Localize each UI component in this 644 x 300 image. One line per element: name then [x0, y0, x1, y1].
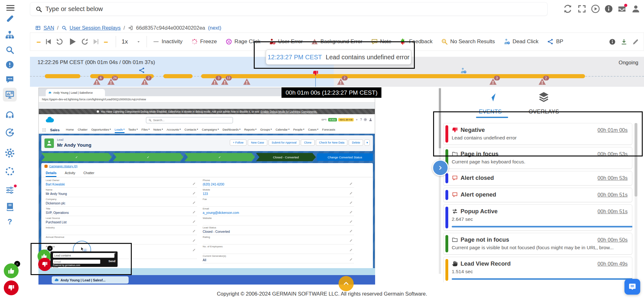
- user-icon[interactable]: [631, 4, 641, 14]
- zoom-in-marker[interactable]: –: [104, 37, 108, 46]
- event-icon: [452, 175, 458, 181]
- sidebar-item-documentation[interactable]: [3, 200, 17, 214]
- event-card[interactable]: Popup Active 00h 00m 51s 2.647 sec: [443, 204, 632, 231]
- event-card[interactable]: Page in focus 00h 00m 53s Current page h…: [443, 147, 632, 169]
- event-card[interactable]: Lead View Record 00h 00m 49s 1.514 sec: [443, 257, 632, 282]
- edit-pencil-icon: [192, 182, 196, 185]
- menu-icon[interactable]: [6, 4, 15, 12]
- feedback-text-input[interactable]: Lead contains: [53, 253, 114, 258]
- close-icon[interactable]: [113, 252, 116, 255]
- salesforce-nav-item: Contacts ▾: [184, 126, 198, 133]
- playback-speed-select[interactable]: 1x: [122, 38, 141, 45]
- legend-item[interactable]: User Error: [269, 38, 303, 45]
- edit-pencil-icon[interactable]: [632, 38, 639, 45]
- refresh-icon[interactable]: [563, 4, 572, 14]
- event-card[interactable]: Alert closed 00h 00m 53s: [443, 171, 632, 185]
- forward-icon[interactable]: [81, 38, 89, 46]
- info-icon[interactable]: [604, 4, 613, 14]
- rewind-icon[interactable]: [55, 38, 64, 46]
- error-marker[interactable]: [243, 78, 251, 86]
- legend-item[interactable]: Freeze: [191, 38, 217, 45]
- feedback-email-input[interactable]: Email: [53, 260, 100, 264]
- sidebar-item-support[interactable]: [3, 108, 17, 121]
- tab-events[interactable]: EVENTS: [479, 109, 502, 115]
- close-icon[interactable]: [47, 246, 53, 251]
- sidebar-item-settings[interactable]: [3, 146, 17, 160]
- campaign-icon: [44, 165, 48, 168]
- play-button[interactable]: [67, 36, 78, 47]
- playhead-line[interactable]: [315, 77, 316, 87]
- error-marker[interactable]: 6: [93, 78, 101, 86]
- send-button[interactable]: Send: [108, 260, 115, 263]
- dead-click-marker-icon[interactable]: [460, 67, 467, 74]
- page-thumbs-down-button[interactable]: [4, 280, 19, 295]
- error-marker[interactable]: 2: [538, 78, 546, 86]
- send-arrow-icon[interactable]: [486, 91, 497, 103]
- event-timestamp-link[interactable]: 00h 00m 53s: [598, 175, 628, 181]
- event-duration-bar: [452, 278, 632, 280]
- global-search[interactable]: Type or select below: [30, 2, 548, 16]
- legend-item[interactable]: Feedback: [400, 38, 433, 45]
- record-action-button: Delete: [349, 139, 363, 146]
- error-marker[interactable]: 24: [107, 78, 115, 86]
- timeline-activity-segment[interactable]: [163, 74, 193, 78]
- skip-to-end-icon[interactable]: [92, 38, 100, 46]
- breadcrumb-app[interactable]: SAN: [44, 25, 54, 31]
- sidebar-item-alerts[interactable]: [3, 58, 17, 72]
- skip-to-start-icon[interactable]: [44, 38, 52, 46]
- legend-item[interactable]: Rage Click: [225, 38, 260, 45]
- event-timestamp-link[interactable]: 00h 01m 00s: [598, 127, 628, 133]
- event-timestamp-link[interactable]: 00h 00m 49s: [598, 261, 628, 267]
- error-marker[interactable]: 3: [211, 78, 219, 86]
- sidebar-item-hierarchy[interactable]: [3, 28, 17, 42]
- panel-expand-button[interactable]: [432, 160, 449, 176]
- sidebar-item-integrations[interactable]: [3, 126, 17, 139]
- tab-overlays[interactable]: OVERLAYS: [529, 109, 559, 115]
- error-marker[interactable]: 2: [141, 78, 149, 86]
- legend-item[interactable]: Background Error: [311, 38, 362, 45]
- zoom-out-marker[interactable]: –: [37, 37, 41, 46]
- fullscreen-icon[interactable]: [577, 4, 587, 14]
- breadcrumb: SAN / User Session Replays / 66d8357c94d…: [35, 24, 221, 32]
- event-icon: [452, 151, 458, 157]
- event-card[interactable]: Alert opened 00h 00m 51s: [443, 188, 632, 202]
- download-icon[interactable]: [620, 38, 628, 45]
- sidebar-item-annotate[interactable]: [3, 12, 17, 26]
- nav-item-label: Leads: [115, 128, 123, 131]
- next-session-link[interactable]: (next): [208, 25, 221, 31]
- error-marker[interactable]: 13: [221, 78, 229, 86]
- event-timestamp-link[interactable]: 00h 00m 50s: [598, 237, 628, 243]
- legend-item[interactable]: Dead Click: [503, 38, 538, 45]
- breadcrumb-section[interactable]: User Session Replays: [70, 25, 121, 31]
- layers-icon[interactable]: [538, 91, 550, 103]
- error-marker[interactable]: 2: [337, 78, 345, 86]
- sidebar-item-help[interactable]: [3, 215, 17, 229]
- chat-launcher-button[interactable]: [624, 279, 640, 295]
- timeline-activity-segment[interactable]: [45, 74, 80, 78]
- legend-item[interactable]: Inactivity: [153, 38, 183, 45]
- play-circle-icon[interactable]: [591, 4, 600, 14]
- sidebar-item-messages[interactable]: [3, 73, 17, 86]
- event-timestamp-link[interactable]: 00h 00m 53s: [598, 151, 628, 157]
- scroll-to-top-button[interactable]: [339, 276, 354, 291]
- event-card[interactable]: Page not in focus 00h 00m 50s Current pa…: [443, 233, 632, 255]
- info-icon[interactable]: [609, 38, 616, 45]
- timeline-activity-segment[interactable]: [201, 74, 585, 78]
- page-thumbs-up-button[interactable]: [4, 263, 19, 278]
- negative-feedback-marker-icon[interactable]: [312, 70, 319, 76]
- sidebar-item-automation[interactable]: [3, 164, 17, 178]
- events-scrollbar-thumb[interactable]: [635, 123, 637, 197]
- legend-item[interactable]: BP: [547, 38, 563, 45]
- event-card[interactable]: Negative 00h 01m 00s Lead contains undef…: [443, 123, 632, 145]
- event-timestamp-link[interactable]: 00h 00m 51s: [598, 209, 628, 215]
- event-timestamp-link[interactable]: 00h 00m 51s: [598, 192, 628, 198]
- bp-marker-icon[interactable]: [138, 67, 145, 74]
- legend-item[interactable]: No Search Results: [441, 38, 495, 45]
- sidebar-item-monitoring[interactable]: [3, 88, 17, 102]
- legend-label: Note: [380, 38, 392, 45]
- replay-scrollbar-thumb[interactable]: [439, 88, 441, 148]
- error-marker[interactable]: 3: [489, 78, 497, 86]
- legend-item[interactable]: Note: [371, 38, 392, 45]
- sidebar-item-search[interactable]: [3, 43, 17, 57]
- feedback-thumbs-down-button[interactable]: [38, 258, 51, 271]
